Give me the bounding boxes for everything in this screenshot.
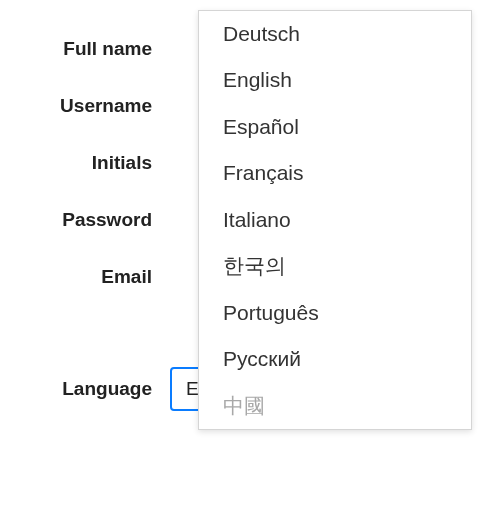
language-option-deutsch[interactable]: Deutsch xyxy=(199,11,471,57)
language-option-russian[interactable]: Русский xyxy=(199,336,471,382)
language-option-espanol[interactable]: Español xyxy=(199,104,471,150)
label-email: Email xyxy=(0,266,170,288)
language-option-korean[interactable]: 한국의 xyxy=(199,243,471,289)
language-dropdown[interactable]: Deutsch English Español Français Italian… xyxy=(198,10,472,430)
label-initials: Initials xyxy=(0,152,170,174)
language-option-italiano[interactable]: Italiano xyxy=(199,197,471,243)
label-full-name: Full name xyxy=(0,38,170,60)
label-language: Language xyxy=(0,378,170,400)
language-option-english[interactable]: English xyxy=(199,57,471,103)
language-option-chinese[interactable]: 中國 xyxy=(199,383,471,429)
label-password: Password xyxy=(0,209,170,231)
language-option-francais[interactable]: Français xyxy=(199,150,471,196)
label-username: Username xyxy=(0,95,170,117)
language-option-portugues[interactable]: Português xyxy=(199,290,471,336)
